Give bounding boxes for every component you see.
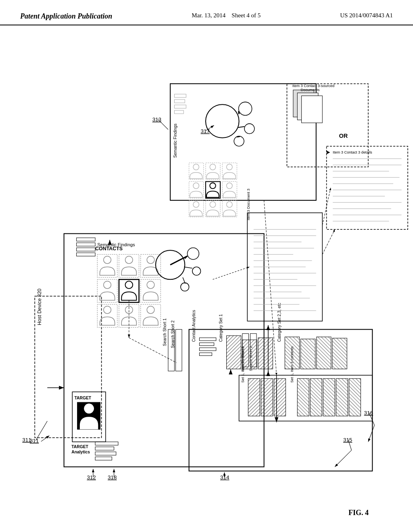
svg-rect-106: [349, 378, 361, 416]
category-set-1-label: Category Set 1: [219, 314, 223, 342]
search-short-1-label: Search Short 1: [163, 318, 167, 346]
item3-contact3-docs-label2: Documents: [301, 88, 320, 92]
svg-rect-16: [119, 254, 139, 277]
svg-rect-93: [317, 337, 331, 369]
svg-rect-51: [174, 94, 186, 98]
svg-rect-70: [206, 182, 220, 198]
svg-point-71: [210, 183, 215, 189]
svg-line-143: [322, 229, 335, 254]
svg-point-67: [227, 164, 232, 170]
target-analytics-label: TARGET: [71, 445, 88, 449]
svg-rect-92: [301, 339, 315, 369]
svg-rect-10: [95, 442, 118, 445]
svg-text:Host Device 320: Host Device 320: [37, 289, 42, 325]
semantic-findings-313: Semantic Findings: [173, 124, 177, 158]
svg-rect-68: [189, 182, 204, 198]
svg-rect-76: [206, 200, 220, 217]
semantic-findings-label: Semantic Findings: [97, 242, 135, 247]
svg-rect-84: [199, 338, 216, 341]
fig-label: FIG. 4: [348, 509, 369, 517]
ref-316: 316: [364, 410, 373, 416]
svg-rect-130: [302, 96, 323, 123]
svg-rect-74: [189, 200, 204, 217]
svg-rect-78: [222, 200, 237, 217]
svg-rect-87: [199, 353, 212, 355]
item3-doc3-label: Item 3 Document 3: [246, 189, 250, 220]
item3-contact3-docs-label: Item 3 Contact 3-sourced: [292, 84, 334, 88]
svg-point-73: [227, 183, 232, 189]
svg-point-31: [147, 306, 154, 314]
svg-rect-100: [261, 378, 273, 416]
svg-point-39: [192, 267, 201, 275]
svg-line-42: [184, 267, 192, 268]
svg-line-49: [158, 119, 168, 130]
svg-point-63: [193, 164, 199, 170]
set1-item3-a-label: Set 1, Item 3 contents: [241, 346, 245, 383]
svg-rect-22: [119, 279, 139, 302]
svg-point-19: [147, 256, 154, 264]
svg-rect-36: [77, 253, 96, 256]
target-label: TARGET: [74, 396, 91, 400]
svg-point-58: [234, 136, 244, 146]
svg-rect-72: [222, 182, 237, 198]
svg-line-60: [238, 127, 245, 127]
svg-rect-103: [310, 378, 322, 416]
details-icon: ▶: [327, 150, 330, 154]
ref-312: 312: [87, 474, 96, 480]
svg-point-23: [125, 281, 133, 289]
or-label: OR: [339, 133, 348, 139]
svg-point-40: [181, 283, 189, 291]
svg-rect-104: [323, 378, 335, 416]
svg-line-145: [213, 267, 250, 279]
svg-rect-99: [248, 378, 260, 416]
publication-date: Mar. 13, 2014: [192, 12, 225, 19]
svg-rect-48: [176, 329, 182, 371]
svg-point-27: [104, 306, 111, 314]
svg-rect-24: [141, 279, 161, 302]
svg-rect-85: [199, 343, 214, 345]
main-content: Host Device 320 311 312 318 TARGET TARGE…: [0, 25, 413, 525]
svg-point-57: [244, 124, 254, 134]
svg-rect-94: [332, 338, 347, 369]
svg-point-75: [193, 202, 199, 207]
svg-rect-101: [274, 378, 286, 416]
svg-rect-12: [95, 452, 116, 455]
svg-point-79: [227, 202, 232, 207]
svg-rect-102: [297, 378, 309, 416]
category-set-2-label: Category Set 2,3, etc: [277, 303, 282, 342]
svg-rect-62: [189, 163, 204, 179]
svg-rect-30: [141, 304, 161, 327]
svg-rect-20: [97, 279, 117, 302]
set1-item3-b-label: Set 1, Item 3 contents: [290, 346, 294, 383]
publication-title: Patent Application Publication: [20, 12, 112, 21]
svg-rect-54: [174, 110, 184, 114]
publication-date-sheet: Mar. 13, 2014 Sheet 4 of 5: [192, 12, 261, 19]
svg-point-56: [239, 102, 252, 115]
svg-rect-105: [336, 378, 348, 416]
svg-point-38: [187, 248, 199, 260]
svg-rect-33: [77, 238, 96, 241]
svg-line-97: [335, 450, 351, 467]
ref-318: 318: [108, 474, 117, 480]
svg-line-61: [237, 137, 240, 137]
svg-point-65: [210, 164, 215, 170]
svg-rect-53: [174, 105, 186, 108]
svg-point-77: [210, 202, 215, 207]
svg-line-152: [41, 436, 50, 441]
svg-line-59: [239, 111, 239, 114]
svg-rect-35: [77, 248, 96, 251]
svg-point-17: [125, 256, 133, 264]
svg-point-15: [104, 256, 111, 264]
ref-315: 315: [343, 437, 352, 443]
svg-rect-11: [95, 447, 114, 450]
svg-point-21: [104, 281, 111, 289]
sheet-info: Sheet 4 of 5: [232, 12, 261, 19]
ref-314: 314: [220, 474, 229, 480]
target-analytics-label2: Analytics: [71, 450, 90, 454]
svg-line-46: [129, 338, 177, 363]
svg-point-25: [147, 281, 154, 289]
svg-rect-13: [95, 457, 112, 460]
item3-contact3-details-label: Item 3 Contact 3 details: [333, 150, 372, 154]
svg-rect-34: [77, 243, 96, 246]
svg-rect-52: [174, 100, 185, 103]
